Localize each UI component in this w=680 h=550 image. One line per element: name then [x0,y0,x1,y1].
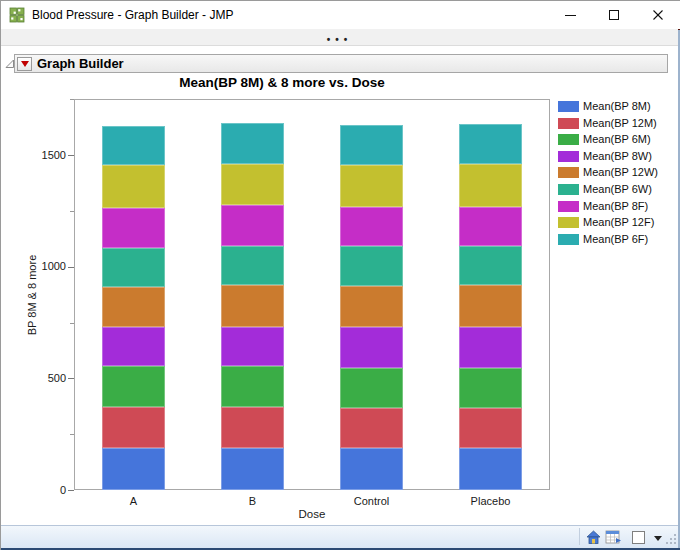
bar-segment[interactable] [459,368,522,408]
legend-item[interactable]: Mean(BP 6F) [558,234,658,245]
bar-segment[interactable] [221,164,284,205]
bar-segment[interactable] [102,126,165,165]
home-icon[interactable] [586,530,601,545]
legend-label: Mean(BP 6M) [583,134,651,145]
bar-segment[interactable] [221,246,284,285]
legend-label: Mean(BP 6F) [583,234,648,245]
status-bar [1,525,680,550]
legend-swatch[interactable] [558,201,579,212]
x-axis-category-label[interactable]: A [89,495,179,507]
toolbar-strip: ••• [1,29,678,46]
legend-item[interactable]: Mean(BP 6W) [558,184,658,195]
bar-segment[interactable] [459,246,522,285]
legend-item[interactable]: Mean(BP 8M) [558,101,658,112]
legend-swatch[interactable] [558,217,579,228]
y-axis-minor-tick [70,99,74,100]
bar-segment[interactable] [102,165,165,207]
bar-segment[interactable] [102,208,165,248]
bar-segment[interactable] [221,123,284,164]
legend-swatch[interactable] [558,234,579,245]
bar-segment[interactable] [459,124,522,164]
legend-swatch[interactable] [558,167,579,178]
y-axis-tick-label[interactable]: 0 [22,484,66,496]
y-axis-minor-tick [70,211,74,212]
y-axis-tick-label[interactable]: 1000 [22,260,66,272]
bar-segment[interactable] [459,285,522,327]
bar-segment[interactable] [102,366,165,407]
bar-segment[interactable] [340,327,403,368]
bar-segment[interactable] [102,248,165,287]
close-button[interactable] [636,1,680,29]
color-swatch[interactable] [632,531,645,544]
bar-segment[interactable] [221,407,284,447]
bar-segment[interactable] [340,448,403,490]
bar-segment[interactable] [102,448,165,490]
dropdown-icon[interactable] [654,536,662,541]
legend-swatch[interactable] [558,134,579,145]
legend-item[interactable]: Mean(BP 12W) [558,167,658,178]
jmp-app-icon[interactable] [9,7,25,23]
legend-swatch[interactable] [558,101,579,112]
maximize-button[interactable] [592,1,636,29]
legend-label: Mean(BP 12M) [583,118,657,129]
bar-segment[interactable] [340,125,403,165]
bar-segment[interactable] [102,327,165,367]
window-title: Blood Pressure - Graph Builder - JMP [32,1,233,29]
x-axis-title[interactable]: Dose [272,508,352,520]
maximize-icon [609,10,619,20]
bar-segment[interactable] [340,408,403,448]
y-axis-tick-label[interactable]: 1500 [22,149,66,161]
graph-area: Mean(BP 8M) & 8 more vs. Dose BP 8M & 8 … [2,47,678,525]
y-axis-tick-label[interactable]: 500 [22,372,66,384]
x-axis-category-label[interactable]: B [208,495,298,507]
title-bar[interactable]: Blood Pressure - Graph Builder - JMP [1,1,680,29]
bar-segment[interactable] [459,408,522,448]
legend-item[interactable]: Mean(BP 6M) [558,134,658,145]
bar-segment[interactable] [340,165,403,207]
bar-segment[interactable] [221,448,284,490]
bar-segment[interactable] [102,407,165,448]
legend-label: Mean(BP 12W) [583,167,658,178]
minimize-button[interactable] [548,1,592,29]
legend-label: Mean(BP 8M) [583,101,651,112]
resize-grip-icon[interactable] [666,534,676,544]
bar-segment[interactable] [102,287,165,327]
legend: Mean(BP 8M)Mean(BP 12M)Mean(BP 6M)Mean(B… [558,101,658,250]
bar-segment[interactable] [340,368,403,408]
bar-segment[interactable] [221,205,284,246]
bar-segment[interactable] [221,285,284,326]
bar-segment[interactable] [459,164,522,208]
bar-segment[interactable] [459,327,522,368]
legend-label: Mean(BP 8F) [583,201,648,212]
bar-segment[interactable] [340,246,403,286]
toolbar-overflow-button[interactable]: ••• [327,32,353,47]
bar-segment[interactable] [340,286,403,327]
legend-label: Mean(BP 8W) [583,151,652,162]
legend-item[interactable]: Mean(BP 8W) [558,151,658,162]
legend-item[interactable]: Mean(BP 12M) [558,118,658,129]
legend-item[interactable]: Mean(BP 8F) [558,201,658,212]
chart-title[interactable]: Mean(BP 8M) & 8 more vs. Dose [14,75,550,90]
bar-segment[interactable] [459,207,522,246]
report-body: Graph Builder Mean(BP 8M) & 8 more vs. D… [2,47,678,525]
y-axis-minor-tick [70,434,74,435]
legend-label: Mean(BP 12F) [583,217,654,228]
jmp-window: Blood Pressure - Graph Builder - JMP •••… [0,0,680,550]
bar-segment[interactable] [340,207,403,247]
y-axis-major-tick [68,378,74,379]
legend-swatch[interactable] [558,118,579,129]
bar-segment[interactable] [221,366,284,407]
y-axis-major-tick [68,490,74,491]
data-table-icon[interactable] [605,530,622,545]
close-icon [652,9,664,21]
legend-swatch[interactable] [558,151,579,162]
statusbar-separator [579,528,580,545]
bar-segment[interactable] [459,448,522,490]
bar-segment[interactable] [221,327,284,366]
legend-item[interactable]: Mean(BP 12F) [558,217,658,228]
x-axis-category-label[interactable]: Control [327,495,417,507]
y-axis-minor-tick [70,323,74,324]
y-axis-major-tick [68,155,74,156]
legend-swatch[interactable] [558,184,579,195]
x-axis-category-label[interactable]: Placebo [446,495,536,507]
